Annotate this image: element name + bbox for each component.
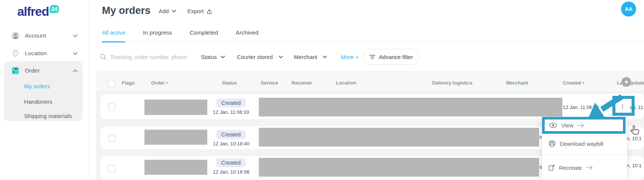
- sort-caret-icon: ▾: [166, 81, 167, 85]
- avatar[interactable]: AA: [621, 2, 636, 17]
- filter-lines-icon: [369, 54, 375, 59]
- chevron-down-icon[interactable]: [73, 35, 77, 37]
- redacted-order-cell: [144, 100, 207, 115]
- created-date: 12 Jan, 11:06:33: [563, 104, 599, 110]
- status-filter-dropdown[interactable]: Status: [201, 54, 225, 60]
- add-column-button[interactable]: +: [621, 77, 631, 87]
- status-cell: Created: [213, 98, 249, 107]
- add-button[interactable]: Add: [159, 8, 176, 14]
- status-date: 12 Jan, 10:18:40: [213, 141, 249, 147]
- eye-icon: [549, 123, 557, 128]
- sidebar-item-handovers[interactable]: Handovers: [24, 98, 52, 105]
- tab-bar: All active In progress Completed Archive…: [102, 29, 258, 42]
- brand-logo[interactable]: alfred24: [17, 5, 59, 19]
- status-date: 12 Jan, 11:06:33: [213, 109, 249, 115]
- column-header-service[interactable]: Service: [261, 80, 278, 86]
- brand-badge-24: 24: [50, 5, 59, 13]
- column-header-status[interactable]: Status: [222, 80, 237, 86]
- more-filters-link[interactable]: More +: [341, 54, 358, 60]
- row-checkbox[interactable]: [108, 135, 115, 142]
- sidebar-account-label: Account: [25, 32, 46, 39]
- search-icon: [100, 54, 106, 60]
- advance-filter-label: Advance filter: [379, 54, 413, 60]
- brand-name: alfred: [17, 5, 49, 18]
- merchant-filter-dropdown[interactable]: Merchant: [294, 54, 327, 60]
- recreate-icon: [548, 164, 555, 171]
- chevron-down-icon: [279, 56, 283, 58]
- status-cell: Created: [213, 158, 249, 167]
- tab-completed[interactable]: Completed: [190, 29, 218, 42]
- row-checkbox[interactable]: [108, 103, 115, 111]
- tab-all-active[interactable]: All active: [102, 29, 125, 42]
- location-pin-icon: [11, 49, 20, 57]
- sidebar-location-label: Location: [25, 50, 47, 57]
- export-button-label: Export: [187, 8, 204, 14]
- status-cell: Created: [213, 130, 249, 139]
- search-input[interactable]: Tracking, order number, phone: [100, 54, 187, 60]
- status-badge: Created: [216, 158, 246, 167]
- table-header: [96, 71, 644, 91]
- courier-stored-filter-label: Courier stored: [237, 54, 273, 60]
- advance-filter-button[interactable]: Advance filter: [363, 49, 419, 65]
- sidebar: alfred24 Account Location Order: [0, 0, 89, 180]
- chevron-down-icon: [323, 56, 327, 58]
- menu-download-waybill-label: Download waybill: [560, 141, 603, 147]
- chevron-down-icon: [221, 56, 225, 58]
- page-title: My orders: [102, 5, 150, 17]
- column-header-merchant[interactable]: Merchant: [506, 80, 528, 86]
- menu-item-download-waybill[interactable]: Download waybill: [548, 136, 603, 151]
- column-header-flags[interactable]: Flags: [122, 80, 135, 86]
- menu-view-label: View: [561, 122, 573, 129]
- annotation-highlight-square: [612, 96, 635, 116]
- status-badge: Created: [216, 130, 246, 139]
- chevron-down-icon: [172, 10, 176, 12]
- status-badge: Created: [216, 98, 246, 107]
- menu-item-recreate[interactable]: Recreate: [548, 160, 593, 175]
- chevron-up-icon[interactable]: [73, 70, 77, 72]
- status-filter-label: Status: [201, 54, 217, 60]
- sidebar-item-my-orders[interactable]: My orders: [24, 83, 50, 90]
- package-icon: [11, 67, 20, 75]
- row-actions-context-menu: View Download waybill Recreate: [542, 118, 627, 180]
- redacted-details-cell: [259, 128, 539, 147]
- sidebar-item-location[interactable]: Location: [11, 49, 47, 57]
- arrow-right-icon: [577, 123, 584, 128]
- column-header-delivery-logistics[interactable]: Delivery logistics: [432, 80, 472, 86]
- export-button[interactable]: Export: [187, 8, 212, 14]
- redacted-details-cell: [259, 98, 562, 116]
- courier-stored-filter-dropdown[interactable]: Courier stored: [237, 54, 283, 60]
- merchant-filter-label: Merchant: [294, 54, 317, 60]
- sidebar-item-order[interactable]: Order: [11, 67, 40, 75]
- redacted-order-cell: [144, 130, 207, 145]
- sidebar-item-account[interactable]: Account: [11, 32, 46, 40]
- redacted-details-cell: [259, 158, 539, 177]
- my-orders-page: alfred24 Account Location Order: [0, 0, 644, 180]
- arrow-right-icon: [586, 165, 593, 170]
- menu-divider: [542, 155, 627, 155]
- sidebar-item-shipping-materials[interactable]: Shipping materials: [24, 113, 72, 119]
- sidebar-order-label: Order: [25, 67, 40, 74]
- account-icon: [11, 32, 20, 40]
- column-header-receiver[interactable]: Receiver: [292, 80, 312, 86]
- search-placeholder: Tracking, order number, phone: [110, 54, 187, 60]
- sort-caret-icon: ▾: [582, 81, 584, 85]
- column-header-created[interactable]: Created▾: [563, 80, 584, 86]
- redacted-order-cell: [144, 160, 207, 175]
- chevron-down-icon[interactable]: [73, 52, 77, 55]
- printer-icon: [548, 141, 556, 147]
- add-button-label: Add: [159, 8, 169, 14]
- upload-icon: [207, 8, 212, 14]
- tab-in-progress[interactable]: In progress: [143, 29, 172, 42]
- menu-item-view[interactable]: View: [542, 117, 626, 134]
- column-header-location[interactable]: Location: [336, 80, 356, 86]
- select-all-checkbox[interactable]: [108, 80, 115, 87]
- tab-archived[interactable]: Archived: [236, 29, 258, 42]
- column-header-order[interactable]: Order▾: [151, 80, 167, 86]
- menu-recreate-label: Recreate: [559, 165, 582, 171]
- status-date: 12 Jan, 10:16:56: [213, 169, 249, 175]
- row-checkbox[interactable]: [108, 165, 115, 172]
